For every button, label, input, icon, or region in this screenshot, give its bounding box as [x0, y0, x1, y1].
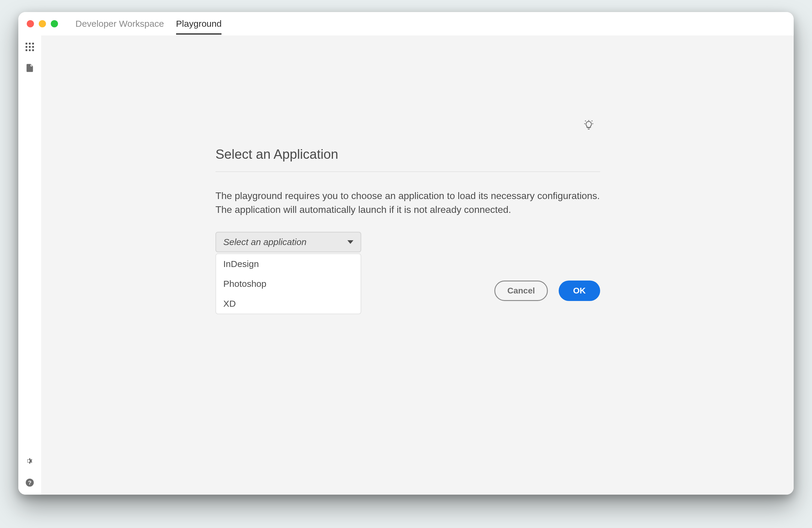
titlebar: Developer Workspace Playground	[18, 12, 794, 35]
app-window: Developer Workspace Playground	[18, 12, 794, 495]
window-controls	[27, 20, 58, 27]
application-select-wrap: Select an application InDesign Photoshop…	[216, 232, 361, 252]
svg-line-6	[592, 120, 592, 121]
chevron-down-icon	[347, 240, 353, 244]
application-select[interactable]: Select an application	[216, 232, 361, 252]
option-xd[interactable]: XD	[216, 294, 361, 314]
dialog-buttons: Cancel OK	[494, 281, 600, 301]
help-icon[interactable]: ?	[25, 478, 34, 487]
tab-playground[interactable]: Playground	[176, 13, 222, 34]
close-window-button[interactable]	[27, 20, 34, 27]
svg-text:?: ?	[28, 480, 31, 486]
dialog-title: Select an Application	[216, 147, 600, 162]
tab-developer-workspace[interactable]: Developer Workspace	[75, 13, 164, 34]
sidebar: ?	[18, 35, 41, 495]
apps-grid-icon[interactable]	[26, 43, 34, 51]
option-indesign[interactable]: InDesign	[216, 254, 361, 274]
application-dropdown: InDesign Photoshop XD	[216, 254, 361, 314]
divider	[216, 171, 600, 172]
file-icon[interactable]	[25, 63, 34, 73]
maximize-window-button[interactable]	[51, 20, 58, 27]
ok-button[interactable]: OK	[559, 281, 600, 301]
body-area: ? Select an Application	[18, 35, 794, 495]
cancel-button[interactable]: Cancel	[494, 281, 548, 301]
minimize-window-button[interactable]	[39, 20, 46, 27]
main-content: Select an Application The playground req…	[41, 35, 794, 495]
gear-icon[interactable]	[25, 456, 34, 466]
header-tabs: Developer Workspace Playground	[75, 13, 221, 34]
select-application-dialog: Select an Application The playground req…	[216, 147, 600, 252]
option-photoshop[interactable]: Photoshop	[216, 274, 361, 294]
dialog-description: The playground requires you to choose an…	[216, 189, 600, 217]
lightbulb-icon[interactable]	[583, 120, 594, 132]
select-placeholder: Select an application	[223, 237, 306, 247]
svg-line-5	[585, 120, 586, 121]
